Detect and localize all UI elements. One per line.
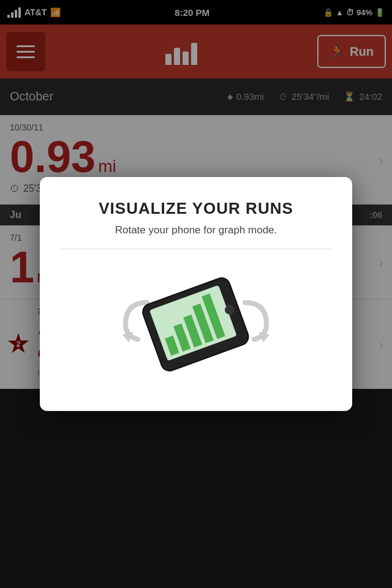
visualize-modal: VISUALIZE YOUR RUNS Rotate your phone fo… — [40, 177, 352, 411]
phone-illustration — [116, 264, 276, 386]
modal-overlay[interactable]: VISUALIZE YOUR RUNS Rotate your phone fo… — [0, 0, 392, 588]
modal-title: VISUALIZE YOUR RUNS — [59, 199, 333, 218]
modal-divider — [59, 249, 333, 249]
rotate-arrow-right — [233, 296, 276, 354]
modal-subtitle: Rotate your phone for graph mode. — [59, 224, 333, 236]
